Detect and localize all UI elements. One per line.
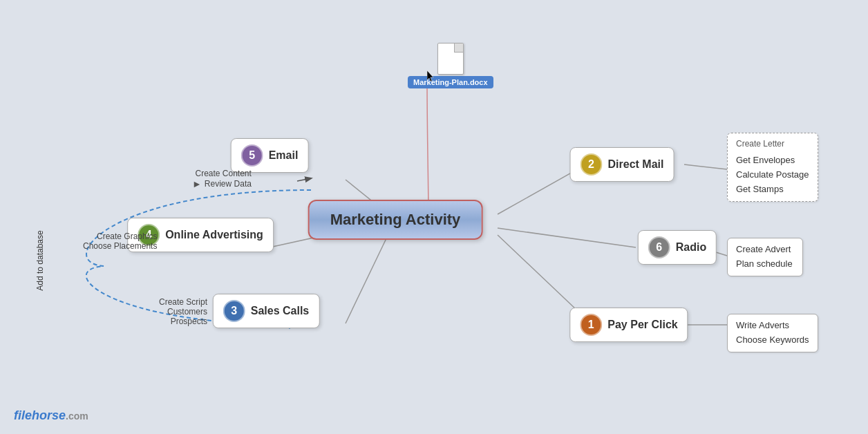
direct-mail-subitems: Create Letter Get Envelopes Calculate Po…: [727, 133, 818, 202]
file-icon: Marketing-Plan.docx: [408, 43, 493, 88]
ppc-item-1: Write Adverts: [736, 319, 809, 333]
logo-suffix: .com: [66, 411, 88, 422]
branch-direct-mail[interactable]: 2 Direct Mail: [570, 147, 674, 182]
radio-circle: 6: [648, 236, 670, 258]
branch-sales-calls[interactable]: 3 Sales Calls: [213, 294, 320, 328]
branch-email[interactable]: 5 Email: [231, 138, 309, 173]
pay-per-click-subitems: Write Adverts Choose Keywords: [727, 314, 818, 352]
central-node[interactable]: Marketing Activity: [308, 200, 483, 240]
branch-radio[interactable]: 6 Radio: [638, 230, 717, 265]
sales-calls-circle: 3: [223, 300, 245, 322]
file-paper: [437, 43, 464, 75]
direct-mail-item-1: Get Envelopes: [736, 153, 809, 168]
svg-line-6: [684, 164, 727, 169]
email-label: Email: [269, 149, 299, 162]
pay-per-click-label: Pay Per Click: [607, 319, 677, 331]
email-circle: 5: [241, 144, 263, 167]
direct-mail-circle: 2: [581, 153, 603, 176]
direct-mail-label: Direct Mail: [608, 158, 664, 171]
sales-calls-connector-label: Create Script Customers Prospects: [159, 297, 207, 326]
direct-mail-item-2: Calculate Postage: [736, 168, 809, 182]
radio-item-2: Plan schedule: [736, 257, 794, 272]
file-tag[interactable]: Marketing-Plan.docx: [408, 76, 493, 88]
radio-subitems: Create Advert Plan schedule: [727, 238, 803, 276]
email-connector-label: Create Content ► Review Data: [192, 169, 252, 189]
ppc-item-2: Choose Keywords: [736, 333, 809, 348]
pay-per-click-circle: 1: [580, 314, 602, 336]
svg-line-4: [498, 228, 636, 247]
cursor: [427, 70, 435, 83]
radio-item-1: Create Advert: [736, 243, 794, 257]
add-to-database-label: Add to database: [35, 230, 45, 290]
radio-label: Radio: [676, 241, 706, 254]
online-advertising-connector-label: Create Graphics Choose Placements: [83, 232, 157, 251]
logo: filehorse.com: [14, 408, 88, 423]
direct-mail-header: Create Letter: [736, 138, 809, 151]
branch-pay-per-click[interactable]: 1 Pay Per Click: [569, 308, 688, 342]
online-advertising-label: Online Advertising: [165, 229, 263, 241]
sales-calls-label: Sales Calls: [251, 305, 310, 317]
logo-text: filehorse: [14, 408, 66, 422]
direct-mail-item-3: Get Stamps: [736, 182, 809, 197]
svg-line-9: [297, 178, 311, 181]
